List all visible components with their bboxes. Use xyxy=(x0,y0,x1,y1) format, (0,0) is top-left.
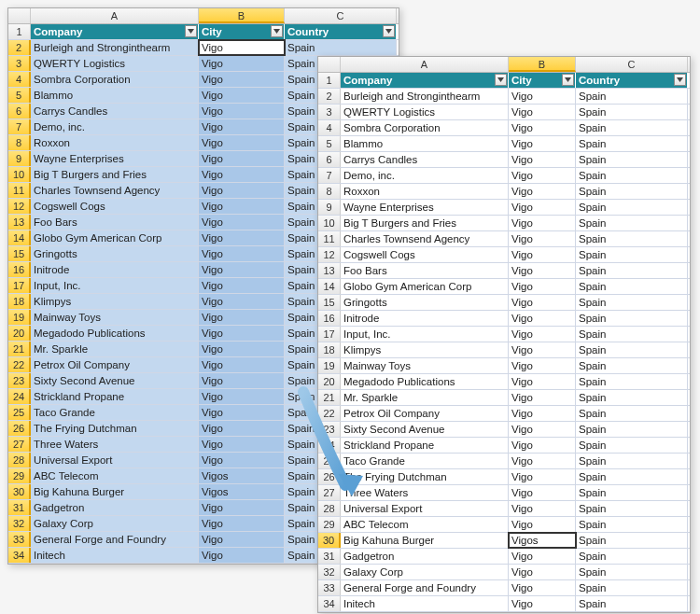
row-header[interactable]: 30 xyxy=(318,533,341,548)
header-country[interactable]: Country xyxy=(285,24,397,39)
cell-country[interactable]: Spain xyxy=(576,454,688,468)
filter-dropdown-icon[interactable] xyxy=(271,25,283,37)
cell-city[interactable]: Vigo xyxy=(199,72,285,87)
row-header[interactable]: 4 xyxy=(318,120,341,135)
row-header[interactable]: 18 xyxy=(318,342,341,357)
row-header[interactable]: 3 xyxy=(318,105,341,119)
cell-city[interactable]: Vigo xyxy=(199,262,285,277)
row-header[interactable]: 20 xyxy=(8,326,31,341)
cell-company[interactable]: Mainway Toys xyxy=(341,358,509,373)
cell-company[interactable]: General Forge and Foundry xyxy=(341,580,509,595)
cell-city[interactable]: Vigo xyxy=(509,422,576,437)
cell-company[interactable]: Galaxy Corp xyxy=(31,516,199,531)
cell-company[interactable]: Globo Gym American Corp xyxy=(31,230,199,245)
cell-company[interactable]: Taco Grande xyxy=(31,405,199,420)
cell-city[interactable]: Vigo xyxy=(199,437,285,452)
cell-company[interactable]: Universal Export xyxy=(341,501,509,516)
row-header[interactable]: 2 xyxy=(318,89,341,104)
cell-city[interactable]: Vigo xyxy=(199,548,285,563)
row-header[interactable]: 14 xyxy=(8,230,31,245)
row-header[interactable]: 23 xyxy=(8,373,31,388)
cell-company[interactable]: Sixty Second Avenue xyxy=(31,373,199,388)
row-header[interactable]: 26 xyxy=(8,421,31,436)
row-header[interactable]: 5 xyxy=(8,88,31,103)
cell-city[interactable]: Vigo xyxy=(509,596,576,611)
cell-country[interactable]: Spain xyxy=(576,327,688,342)
cell-city[interactable]: Vigo xyxy=(509,406,576,421)
cell-country[interactable]: Spain xyxy=(576,184,688,199)
cell-company[interactable]: Three Waters xyxy=(341,485,509,500)
cell-city[interactable]: Vigo xyxy=(509,295,576,310)
row-header[interactable]: 10 xyxy=(318,216,341,230)
cell-city[interactable]: Vigo xyxy=(509,390,576,405)
cell-city[interactable]: Vigo xyxy=(199,230,285,245)
cell-country[interactable]: Spain xyxy=(576,152,688,167)
cell-company[interactable]: Cogswell Cogs xyxy=(31,199,199,214)
cell-company[interactable]: Initrode xyxy=(31,262,199,277)
row-header[interactable]: 32 xyxy=(8,516,31,531)
cell-company[interactable]: QWERTY Logistics xyxy=(31,56,199,71)
row-header[interactable]: 18 xyxy=(8,294,31,309)
row-header[interactable]: 27 xyxy=(318,485,341,500)
cell-city[interactable]: Vigo xyxy=(509,168,576,183)
row-header[interactable]: 28 xyxy=(8,453,31,467)
cell-city[interactable]: Vigo xyxy=(509,120,576,135)
cell-company[interactable]: Sixty Second Avenue xyxy=(341,422,509,437)
cell-city[interactable]: Vigo xyxy=(509,231,576,246)
cell-city[interactable]: Vigo xyxy=(199,246,285,261)
column-header-b[interactable]: B xyxy=(199,8,285,23)
cell-city[interactable]: Vigo xyxy=(199,342,285,356)
cell-company[interactable]: Taco Grande xyxy=(341,454,509,468)
cell-country[interactable]: Spain xyxy=(576,565,688,579)
cell-city[interactable]: Vigo xyxy=(199,119,285,134)
cell-city[interactable]: Vigo xyxy=(509,247,576,262)
row-header[interactable]: 28 xyxy=(318,501,341,516)
cell-company[interactable]: The Frying Dutchman xyxy=(31,421,199,436)
cell-city[interactable]: Vigo xyxy=(509,374,576,389)
cell-country[interactable]: Spain xyxy=(576,358,688,373)
cell-company[interactable]: Globo Gym American Corp xyxy=(341,279,509,294)
row-header[interactable]: 26 xyxy=(318,469,341,484)
row-header[interactable]: 20 xyxy=(318,374,341,389)
cell-company[interactable]: Carrys Candles xyxy=(31,104,199,119)
row-header[interactable]: 22 xyxy=(318,406,341,421)
cell-company[interactable]: ABC Telecom xyxy=(341,517,509,532)
row-header[interactable]: 29 xyxy=(8,468,31,483)
cell-company[interactable]: Galaxy Corp xyxy=(341,565,509,579)
cell-company[interactable]: Blammo xyxy=(341,136,509,151)
cell-city[interactable]: Vigo xyxy=(199,373,285,388)
cell-country[interactable]: Spain xyxy=(576,406,688,421)
cell-city[interactable]: Vigo xyxy=(509,454,576,468)
cell-city[interactable]: Vigo xyxy=(509,216,576,230)
cell-country[interactable]: Spain xyxy=(576,596,688,611)
cell-company[interactable]: Big T Burgers and Fries xyxy=(341,216,509,230)
cell-country[interactable]: Spain xyxy=(576,580,688,595)
cell-company[interactable]: Megadodo Publications xyxy=(341,374,509,389)
column-header-c[interactable]: C xyxy=(576,57,688,72)
row-header[interactable]: 9 xyxy=(8,151,31,166)
filter-dropdown-icon[interactable] xyxy=(495,74,507,86)
row-header[interactable]: 34 xyxy=(8,548,31,563)
column-header-b[interactable]: B xyxy=(509,57,576,72)
row-header[interactable]: 2 xyxy=(8,40,31,55)
row-header[interactable]: 7 xyxy=(8,119,31,134)
cell-company[interactable]: Strickland Propane xyxy=(341,438,509,453)
cell-company[interactable]: Wayne Enterprises xyxy=(31,151,199,166)
cell-country[interactable]: Spain xyxy=(576,422,688,437)
cell-city[interactable]: Vigos xyxy=(199,468,285,483)
cell-company[interactable]: Charles Townsend Agency xyxy=(341,231,509,246)
cell-company[interactable]: Cogswell Cogs xyxy=(341,247,509,262)
cell-country[interactable]: Spain xyxy=(576,120,688,135)
cell-company[interactable]: Mr. Sparkle xyxy=(31,342,199,356)
row-header[interactable]: 14 xyxy=(318,279,341,294)
cell-country[interactable]: Spain xyxy=(576,200,688,215)
row-header[interactable]: 33 xyxy=(8,532,31,547)
row-header[interactable]: 16 xyxy=(8,262,31,277)
cell-city[interactable]: Vigo xyxy=(199,215,285,230)
row-header[interactable]: 4 xyxy=(8,72,31,87)
row-header[interactable]: 24 xyxy=(8,389,31,404)
cell-city[interactable]: Vigo xyxy=(199,183,285,198)
row-header[interactable]: 10 xyxy=(8,167,31,182)
cell-company[interactable]: Klimpys xyxy=(31,294,199,309)
cell-city[interactable]: Vigos xyxy=(199,484,285,499)
